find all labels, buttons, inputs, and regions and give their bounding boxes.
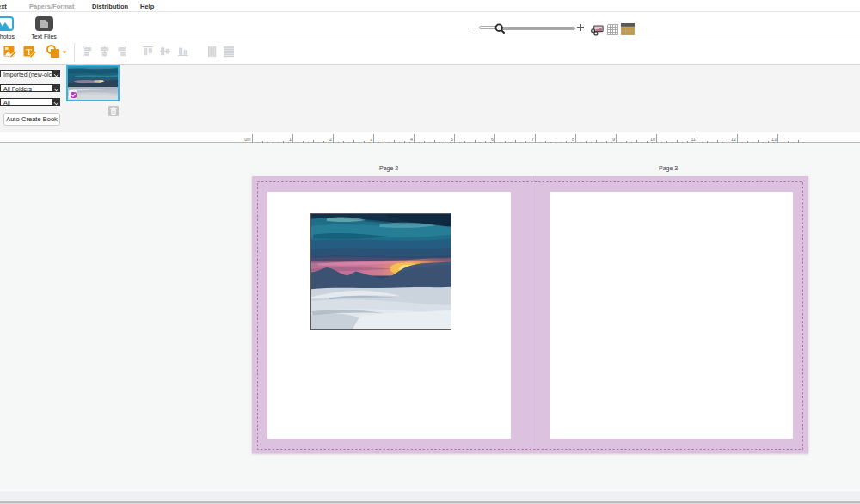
svg-text:8: 8: [572, 137, 574, 142]
svg-text:4: 4: [410, 137, 413, 142]
svg-text:5: 5: [451, 137, 453, 142]
svg-text:12: 12: [731, 137, 736, 142]
svg-text:3: 3: [370, 137, 372, 142]
svg-text:6: 6: [491, 137, 494, 142]
svg-text:13: 13: [771, 137, 777, 142]
svg-text:10: 10: [650, 137, 655, 142]
svg-text:7: 7: [531, 137, 534, 142]
svg-text:2: 2: [329, 137, 332, 142]
svg-text:11: 11: [691, 137, 696, 142]
svg-text:0in: 0in: [244, 137, 250, 142]
svg-text:1: 1: [289, 137, 292, 142]
svg-text:9: 9: [612, 137, 615, 142]
